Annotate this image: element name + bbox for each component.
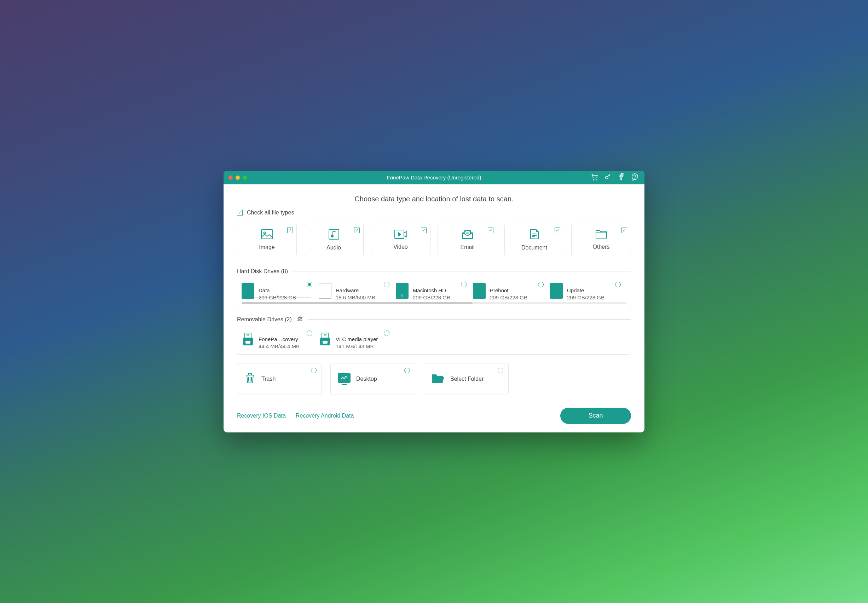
location-trash-radio[interactable]: [311, 368, 316, 373]
removable-vlc-size: 141 MB/143 MB: [336, 343, 378, 349]
drive-data-size: 209 GB/228 GB: [259, 294, 296, 300]
window-maximize-button[interactable]: [243, 176, 247, 180]
type-image-checkbox[interactable]: ✓: [287, 227, 293, 233]
type-image[interactable]: ✓ Image: [237, 224, 297, 256]
audio-icon: [328, 229, 339, 241]
drive-data[interactable]: Data 209 GB/228 GB: [242, 282, 315, 300]
type-video-checkbox[interactable]: ✓: [421, 227, 427, 233]
removable-vlc-radio[interactable]: [384, 331, 389, 336]
type-audio[interactable]: ✓ Audio: [304, 224, 364, 256]
desktop-icon: [338, 373, 350, 385]
hdd-scroll[interactable]: Data 209 GB/228 GB Hardware 18.6 MB/500 …: [242, 282, 626, 303]
window-minimize-button[interactable]: [236, 176, 240, 180]
recovery-android-link[interactable]: Recovery Android Data: [296, 413, 354, 419]
drive-preboot-size: 209 GB/228 GB: [490, 294, 527, 300]
type-document-checkbox[interactable]: ✓: [555, 227, 560, 233]
check-all-label: Check all file types: [247, 209, 294, 216]
location-trash-label: Trash: [261, 376, 276, 382]
type-audio-label: Audio: [327, 244, 341, 251]
drive-update-radio[interactable]: [615, 282, 621, 288]
removable-fonepaw-radio[interactable]: [307, 331, 312, 336]
svg-point-2: [606, 176, 608, 179]
drive-update-size: 209 GB/228 GB: [567, 294, 604, 300]
location-desktop-radio[interactable]: [404, 368, 410, 373]
document-icon: [530, 229, 539, 241]
disk-icon: [319, 283, 331, 299]
type-document[interactable]: ✓ Document: [504, 224, 564, 256]
location-select-radio[interactable]: [498, 368, 503, 373]
drive-update[interactable]: Update 209 GB/228 GB: [550, 282, 623, 300]
email-icon: [462, 229, 473, 241]
removable-fonepaw-size: 44.4 MB/44.4 MB: [259, 343, 300, 349]
trash-icon: [244, 372, 256, 386]
folder-icon: [595, 230, 607, 240]
disk-icon: [473, 283, 486, 299]
key-icon[interactable]: [604, 173, 612, 182]
location-desktop-label: Desktop: [356, 376, 377, 382]
removable-fonepaw-name: FonePa…covery: [259, 336, 300, 342]
svg-point-8: [331, 235, 333, 237]
window-controls: [224, 176, 247, 180]
refresh-icon[interactable]: [292, 315, 303, 323]
svg-point-4: [635, 178, 635, 178]
type-audio-checkbox[interactable]: ✓: [354, 227, 360, 233]
hdd-scrollbar-thumb[interactable]: [242, 302, 473, 304]
removable-section-header: Removable Drives (2): [237, 315, 631, 323]
check-all-row[interactable]: ✓ Check all file types: [237, 209, 631, 216]
page-heading: Choose data type and location of lost da…: [237, 195, 631, 203]
scan-button[interactable]: Scan: [560, 408, 631, 424]
drive-macintosh-size: 209 GB/228 GB: [413, 294, 450, 300]
file-type-grid: ✓ Image ✓ Audio ✓ Video: [237, 224, 631, 256]
image-icon: [261, 229, 273, 241]
drive-preboot-radio[interactable]: [538, 282, 544, 288]
removable-vlc[interactable]: VLC media player 141 MB/143 MB: [319, 331, 392, 349]
type-image-label: Image: [259, 244, 274, 250]
type-video[interactable]: ✓ Video: [371, 224, 430, 256]
main-content: Choose data type and location of lost da…: [224, 184, 644, 433]
location-desktop[interactable]: Desktop: [330, 363, 415, 395]
drive-data-name: Data: [259, 288, 296, 293]
type-others[interactable]: ✓ Others: [571, 224, 631, 256]
type-email[interactable]: ✓ Email: [438, 224, 497, 256]
removable-fonepaw[interactable]: FonePa…covery 44.4 MB/44.4 MB: [242, 331, 315, 349]
usb-icon: [319, 332, 331, 347]
drive-macintosh-name: Macintosh HD: [413, 288, 450, 293]
location-trash[interactable]: Trash: [237, 363, 322, 395]
facebook-icon[interactable]: [618, 173, 625, 182]
drive-macintosh[interactable]: Macintosh HD 209 GB/228 GB: [396, 282, 469, 300]
app-window: FonePaw Data Recovery (Unregistered) Cho…: [224, 171, 644, 433]
cart-icon[interactable]: [591, 173, 598, 182]
type-others-checkbox[interactable]: ✓: [621, 227, 627, 233]
location-select-folder[interactable]: Select Folder: [424, 363, 509, 395]
drive-hardware-radio[interactable]: [384, 282, 389, 288]
recovery-ios-link[interactable]: Recovery IOS Data: [237, 413, 286, 419]
titlebar: FonePaw Data Recovery (Unregistered): [224, 171, 644, 184]
drive-update-name: Update: [567, 288, 604, 293]
hdd-section-header: Hard Disk Drives (8): [237, 268, 631, 275]
folder-open-icon: [431, 373, 445, 385]
drive-hardware-name: Hardware: [336, 288, 375, 293]
titlebar-title: FonePaw Data Recovery (Unregistered): [224, 175, 644, 181]
drive-data-radio[interactable]: [307, 282, 312, 288]
removable-title: Removable Drives (2): [237, 316, 292, 323]
disk-icon: [242, 283, 254, 299]
drive-preboot[interactable]: Preboot 209 GB/228 GB: [473, 282, 546, 300]
svg-rect-7: [329, 229, 339, 239]
help-icon[interactable]: [631, 173, 639, 182]
hdd-title: Hard Disk Drives (8): [237, 268, 288, 275]
footer-row: Recovery IOS Data Recovery Android Data …: [237, 408, 631, 424]
disk-icon: [550, 283, 563, 299]
titlebar-actions: [591, 173, 644, 182]
svg-point-0: [593, 179, 594, 180]
type-document-label: Document: [521, 244, 547, 251]
svg-point-1: [596, 179, 597, 180]
location-select-label: Select Folder: [450, 376, 484, 382]
drive-hardware[interactable]: Hardware 18.6 MB/500 MB: [319, 282, 392, 300]
drive-preboot-name: Preboot: [490, 288, 527, 293]
drive-macintosh-radio[interactable]: [461, 282, 467, 288]
type-email-checkbox[interactable]: ✓: [488, 227, 493, 233]
check-all-checkbox[interactable]: ✓: [237, 210, 243, 215]
hdd-scrollbar[interactable]: [242, 302, 626, 304]
window-close-button[interactable]: [228, 176, 233, 180]
svg-point-6: [264, 232, 265, 233]
